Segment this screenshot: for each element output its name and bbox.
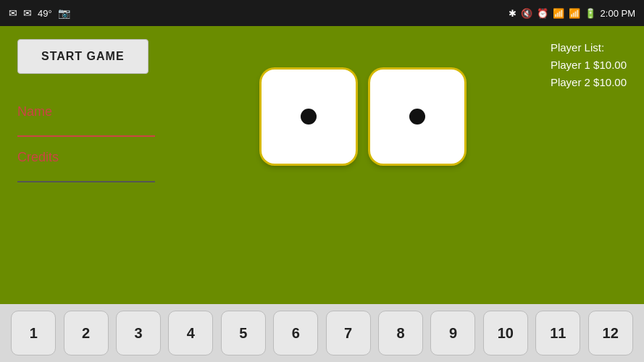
- bottom-bar: 123456789101112: [0, 304, 644, 362]
- name-input[interactable]: [17, 121, 155, 137]
- num-button-11[interactable]: 11: [535, 311, 580, 355]
- player-2-amount: $10.00: [593, 76, 627, 88]
- num-button-3[interactable]: 3: [116, 311, 161, 355]
- alarm-icon: ⏰: [537, 8, 548, 19]
- num-button-2[interactable]: 2: [64, 311, 109, 355]
- player-1-amount: $10.00: [593, 59, 627, 71]
- player-list: Player List: Player 1 $10.00 Player 2 $1…: [551, 39, 627, 91]
- main-area: START GAME Player List: Player 1 $10.00 …: [0, 26, 644, 362]
- battery-icon: 🔋: [585, 8, 596, 19]
- num-button-8[interactable]: 8: [378, 311, 423, 355]
- dice-area: [262, 70, 464, 164]
- num-button-4[interactable]: 4: [168, 311, 213, 355]
- temperature: 49°: [38, 8, 52, 19]
- player-1-name: Player 1: [551, 59, 593, 71]
- status-bar: ✉ ✉ 49° 📷 ✱ 🔇 ⏰ 📶 📶 🔋 2:00 PM: [0, 0, 644, 26]
- mute-icon: 🔇: [521, 8, 532, 19]
- time-display: 2:00 PM: [601, 8, 635, 19]
- player-list-title: Player List:: [551, 39, 627, 56]
- num-button-7[interactable]: 7: [326, 311, 371, 355]
- status-left: ✉ ✉ 49° 📷: [9, 7, 70, 19]
- mail2-icon: ✉: [23, 7, 32, 19]
- num-button-9[interactable]: 9: [430, 311, 475, 355]
- status-right: ✱ 🔇 ⏰ 📶 📶 🔋 2:00 PM: [509, 8, 635, 19]
- player-2-name: Player 2: [551, 76, 593, 88]
- num-button-10[interactable]: 10: [483, 311, 528, 355]
- die-2-dot: [409, 109, 425, 125]
- num-button-12[interactable]: 12: [588, 311, 633, 355]
- camera-icon: 📷: [58, 7, 70, 19]
- die-2[interactable]: [370, 70, 464, 164]
- num-button-1[interactable]: 1: [11, 311, 56, 355]
- num-button-6[interactable]: 6: [273, 311, 318, 355]
- die-1[interactable]: [262, 70, 356, 164]
- wifi-icon: 📶: [553, 8, 564, 19]
- mail-icon: ✉: [9, 7, 17, 19]
- player-1-info: Player 1 $10.00: [551, 56, 627, 74]
- player-2-info: Player 2 $10.00: [551, 74, 627, 91]
- bluetooth-icon: ✱: [509, 8, 517, 19]
- signal-icon: 📶: [569, 8, 580, 19]
- num-button-5[interactable]: 5: [221, 311, 266, 355]
- credits-input[interactable]: [17, 167, 155, 182]
- die-1-dot: [301, 109, 317, 125]
- start-game-button[interactable]: START GAME: [17, 39, 149, 74]
